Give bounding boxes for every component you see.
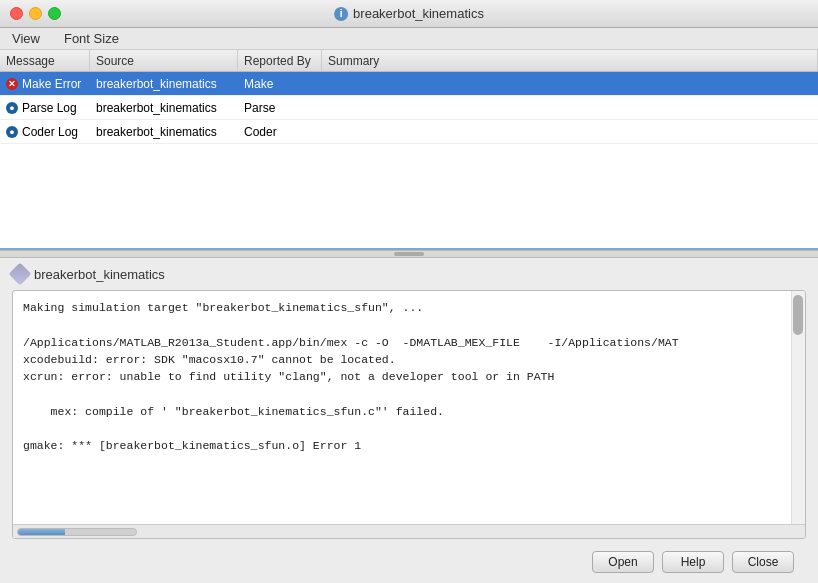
progress-bar <box>17 528 137 536</box>
coder-icon: ● <box>6 126 18 138</box>
parse-icon: ● <box>6 102 18 114</box>
detail-title: breakerbot_kinematics <box>34 267 165 282</box>
progress-fill <box>18 529 65 535</box>
detail-header: breakerbot_kinematics <box>12 266 806 282</box>
minimize-traffic-light[interactable] <box>29 7 42 20</box>
help-button[interactable]: Help <box>662 551 724 573</box>
detail-area: breakerbot_kinematics Making simulation … <box>0 258 818 583</box>
table-row[interactable]: ● Coder Log breakerbot_kinematics Coder <box>0 120 818 144</box>
diamond-icon <box>9 263 32 286</box>
scrollbar-track[interactable] <box>791 291 805 524</box>
window-title: i breakerbot_kinematics <box>334 6 484 21</box>
cell-reported-2: Coder <box>238 120 322 143</box>
cell-source-1: breakerbot_kinematics <box>90 96 238 119</box>
resize-divider[interactable] <box>0 250 818 258</box>
menu-view[interactable]: View <box>8 29 44 48</box>
col-header-message: Message <box>0 50 90 71</box>
error-icon: ✕ <box>6 78 18 90</box>
cell-source-2: breakerbot_kinematics <box>90 120 238 143</box>
menubar: View Font Size <box>0 28 818 50</box>
cell-message-0: ✕ Make Error <box>0 72 90 95</box>
col-header-summary: Summary <box>322 50 818 71</box>
window-content: Message Source Reported By Summary ✕ Mak… <box>0 50 818 583</box>
cell-reported-0: Make <box>238 72 322 95</box>
table-header: Message Source Reported By Summary <box>0 50 818 72</box>
console-box: Making simulation target "breakerbot_kin… <box>12 290 806 539</box>
table-body: ✕ Make Error breakerbot_kinematics Make … <box>0 72 818 248</box>
cell-message-1: ● Parse Log <box>0 96 90 119</box>
console-line-1: /Applications/MATLAB_R2013a_Student.app/… <box>23 334 785 455</box>
cell-message-2: ● Coder Log <box>0 120 90 143</box>
cell-summary-0 <box>322 72 818 95</box>
close-traffic-light[interactable] <box>10 7 23 20</box>
console-content[interactable]: Making simulation target "breakerbot_kin… <box>13 291 805 524</box>
cell-reported-1: Parse <box>238 96 322 119</box>
open-button[interactable]: Open <box>592 551 654 573</box>
console-line-0: Making simulation target "breakerbot_kin… <box>23 299 785 334</box>
table-area: Message Source Reported By Summary ✕ Mak… <box>0 50 818 250</box>
table-row[interactable]: ● Parse Log breakerbot_kinematics Parse <box>0 96 818 120</box>
titlebar: i breakerbot_kinematics <box>0 0 818 28</box>
traffic-lights <box>10 7 61 20</box>
bottom-buttons: Open Help Close <box>12 545 806 583</box>
col-header-reported-by: Reported By <box>238 50 322 71</box>
cell-source-0: breakerbot_kinematics <box>90 72 238 95</box>
menu-font-size[interactable]: Font Size <box>60 29 123 48</box>
col-header-source: Source <box>90 50 238 71</box>
cell-summary-2 <box>322 120 818 143</box>
maximize-traffic-light[interactable] <box>48 7 61 20</box>
table-row[interactable]: ✕ Make Error breakerbot_kinematics Make <box>0 72 818 96</box>
cell-summary-1 <box>322 96 818 119</box>
console-bottom-bar <box>13 524 805 538</box>
scrollbar-thumb[interactable] <box>793 295 803 335</box>
divider-handle <box>394 252 424 256</box>
info-icon: i <box>334 7 348 21</box>
close-button[interactable]: Close <box>732 551 794 573</box>
